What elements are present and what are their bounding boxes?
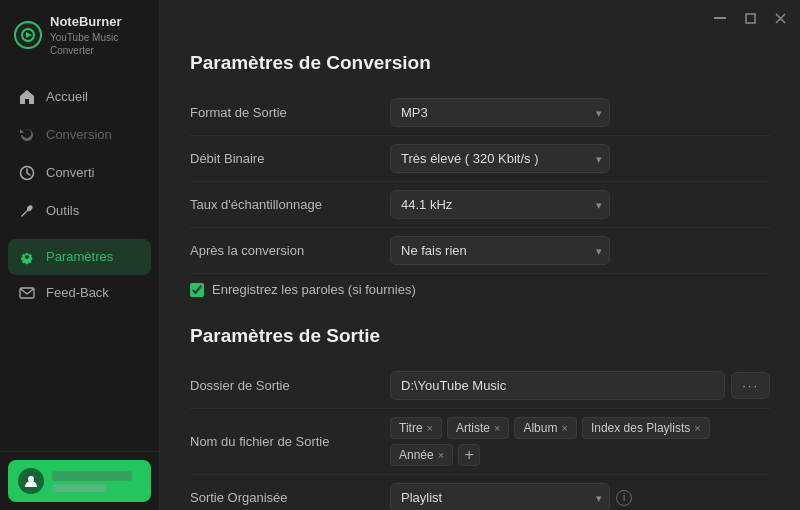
user-card[interactable] <box>8 460 151 502</box>
user-status <box>52 484 107 492</box>
dossier-input[interactable] <box>390 371 725 400</box>
tag-titre-close[interactable]: × <box>427 422 433 434</box>
dossier-control: ··· <box>390 371 770 400</box>
add-tag-button[interactable]: + <box>458 444 480 466</box>
main-content: Paramètres de Conversion Format de Sorti… <box>160 0 800 510</box>
tag-annee: Année × <box>390 444 453 466</box>
samplerate-select[interactable]: 44.1 kHz 48 kHz 96 kHz <box>390 190 610 219</box>
dossier-label: Dossier de Sortie <box>190 378 390 393</box>
sidebar-label-feedback: Feed-Back <box>46 285 109 300</box>
sidebar-label-outils: Outils <box>46 203 79 218</box>
lyrics-checkbox[interactable] <box>190 283 204 297</box>
sidebar-label-converti: Converti <box>46 165 94 180</box>
minimize-button[interactable] <box>712 10 728 26</box>
sortie-section: Paramètres de Sortie Dossier de Sortie ·… <box>190 325 770 510</box>
svg-rect-6 <box>746 14 755 23</box>
avatar <box>18 468 44 494</box>
format-control: MP3 AAC FLAC WAV OGG ▾ <box>390 98 770 127</box>
settings-content: Paramètres de Conversion Format de Sorti… <box>160 36 800 510</box>
sidebar-item-conversion: Conversion <box>8 117 151 153</box>
sidebar-item-feedback[interactable]: Feed-Back <box>8 275 151 311</box>
tag-artiste-close[interactable]: × <box>494 422 500 434</box>
sidebar-nav: Accueil Conversion Converti <box>0 75 159 451</box>
bitrate-control: Très élevé ( 320 Kbit/s ) Élevé ( 256 Kb… <box>390 144 770 173</box>
sidebar-label-accueil: Accueil <box>46 89 88 104</box>
conversion-title: Paramètres de Conversion <box>190 52 770 74</box>
tag-index-close[interactable]: × <box>694 422 700 434</box>
after-conversion-select-wrapper: Ne fais rien Ouvrir le dossier Éteindre … <box>390 236 610 265</box>
bitrate-select[interactable]: Très élevé ( 320 Kbit/s ) Élevé ( 256 Kb… <box>390 144 610 173</box>
svg-marker-1 <box>26 32 32 38</box>
sortie-title: Paramètres de Sortie <box>190 325 770 347</box>
bitrate-select-wrapper: Très élevé ( 320 Kbit/s ) Élevé ( 256 Kb… <box>390 144 610 173</box>
format-label: Format de Sortie <box>190 105 390 120</box>
format-select-wrapper: MP3 AAC FLAC WAV OGG ▾ <box>390 98 610 127</box>
tags-container: Titre × Artiste × Album × Index des Pl <box>390 417 770 466</box>
samplerate-label: Taux d'échantillonnage <box>190 197 390 212</box>
tag-titre: Titre × <box>390 417 442 439</box>
sidebar-item-outils[interactable]: Outils <box>8 193 151 229</box>
user-name <box>52 471 132 481</box>
sortie-organisee-control: Playlist Album Artiste Aucun ▾ i <box>390 483 770 510</box>
sidebar-item-accueil[interactable]: Accueil <box>8 79 151 115</box>
samplerate-select-wrapper: 44.1 kHz 48 kHz 96 kHz ▾ <box>390 190 610 219</box>
filename-control: Titre × Artiste × Album × Index des Pl <box>390 417 770 466</box>
format-select[interactable]: MP3 AAC FLAC WAV OGG <box>390 98 610 127</box>
sortie-select[interactable]: Playlist Album Artiste Aucun <box>390 483 610 510</box>
sortie-select-wrapper: Playlist Album Artiste Aucun ▾ <box>390 483 610 510</box>
close-button[interactable] <box>772 10 788 26</box>
after-conversion-label: Après la conversion <box>190 243 390 258</box>
sortie-organisee-row: Sortie Organisée Playlist Album Artiste … <box>190 475 770 510</box>
sidebar-item-converti[interactable]: Converti <box>8 155 151 191</box>
tag-index: Index des Playlists × <box>582 417 710 439</box>
lyrics-row: Enregistrez les paroles (si fournies) <box>190 274 770 305</box>
titlebar <box>160 0 800 36</box>
browse-button[interactable]: ··· <box>731 372 770 399</box>
format-row: Format de Sortie MP3 AAC FLAC WAV OGG ▾ <box>190 90 770 136</box>
samplerate-control: 44.1 kHz 48 kHz 96 kHz ▾ <box>390 190 770 219</box>
sidebar-label-parametres: Paramètres <box>46 249 113 264</box>
info-icon[interactable]: i <box>616 490 632 506</box>
brand-subtitle: YouTube Music Converter <box>50 31 145 57</box>
user-info <box>52 471 141 492</box>
filename-label: Nom du fichier de Sortie <box>190 434 390 449</box>
after-conversion-row: Après la conversion Ne fais rien Ouvrir … <box>190 228 770 274</box>
bitrate-label: Débit Binaire <box>190 151 390 166</box>
after-conversion-control: Ne fais rien Ouvrir le dossier Éteindre … <box>390 236 770 265</box>
sidebar-item-parametres[interactable]: Paramètres <box>8 239 151 275</box>
tag-album: Album × <box>514 417 576 439</box>
logo-icon <box>14 21 42 49</box>
samplerate-row: Taux d'échantillonnage 44.1 kHz 48 kHz 9… <box>190 182 770 228</box>
app-logo: NoteBurner YouTube Music Converter <box>0 0 159 75</box>
logo-text: NoteBurner YouTube Music Converter <box>50 14 145 57</box>
bitrate-row: Débit Binaire Très élevé ( 320 Kbit/s ) … <box>190 136 770 182</box>
brand-name: NoteBurner <box>50 14 145 31</box>
after-conversion-select[interactable]: Ne fais rien Ouvrir le dossier Éteindre <box>390 236 610 265</box>
sidebar-bottom <box>0 451 159 510</box>
home-icon <box>18 88 36 106</box>
conversion-section: Paramètres de Conversion Format de Sorti… <box>190 52 770 305</box>
mail-icon <box>18 284 36 302</box>
sidebar-label-conversion: Conversion <box>46 127 112 142</box>
maximize-button[interactable] <box>742 10 758 26</box>
sidebar: NoteBurner YouTube Music Converter Accue… <box>0 0 160 510</box>
lyrics-label: Enregistrez les paroles (si fournies) <box>212 282 416 297</box>
svg-rect-5 <box>714 17 726 19</box>
tag-album-close[interactable]: × <box>561 422 567 434</box>
clock-icon <box>18 164 36 182</box>
dossier-row: Dossier de Sortie ··· <box>190 363 770 409</box>
tag-annee-close[interactable]: × <box>438 449 444 461</box>
wrench-icon <box>18 202 36 220</box>
filename-row: Nom du fichier de Sortie Titre × Artiste… <box>190 409 770 475</box>
refresh-icon <box>18 126 36 144</box>
tag-artiste: Artiste × <box>447 417 509 439</box>
sortie-organisee-label: Sortie Organisée <box>190 490 390 505</box>
gear-icon <box>18 248 36 266</box>
